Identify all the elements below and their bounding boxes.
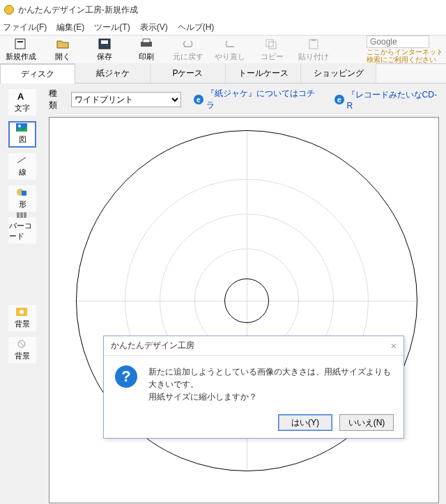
toolbar-paste-label: 貼り付け <box>298 52 329 62</box>
tool-shape-label: 形 <box>19 199 26 210</box>
toolbar-redo-label: やり直し <box>215 52 245 62</box>
text-icon: A <box>16 92 29 102</box>
toolbar-open[interactable]: 開く <box>43 36 82 63</box>
tab-paper[interactable]: 紙ジャケ <box>75 63 151 83</box>
bg1-icon <box>16 308 29 317</box>
dialog-line2: 用紙サイズに縮小しますか？ <box>148 391 392 403</box>
svg-rect-0 <box>15 39 25 49</box>
window-title: かんたんデザイン工房-新規作成 <box>18 4 138 16</box>
shape-icon <box>16 188 29 198</box>
tool-bg1-label: 背景 <box>15 319 30 329</box>
svg-line-13 <box>17 157 26 163</box>
toolbar-paste: 貼り付け <box>294 36 333 63</box>
dialog-buttons: はい(Y) いいえ(N) <box>278 414 394 431</box>
type-select[interactable]: ワイドプリント <box>71 92 181 107</box>
search-input[interactable] <box>367 36 429 48</box>
side-tools: A 文字 図 線 形 バーコード 背景 <box>0 84 45 504</box>
toolbar-print-label: 印刷 <box>139 52 154 62</box>
dialog-message: 新たに追加しようとしている画像の大きさは、用紙サイズよりも大きいです。 用紙サイ… <box>148 365 392 403</box>
svg-rect-5 <box>143 39 150 42</box>
tool-text-label: 文字 <box>15 103 30 113</box>
line-icon <box>16 156 29 166</box>
toolbar-save[interactable]: 保存 <box>85 36 124 63</box>
menu-view[interactable]: 表示(V) <box>140 22 168 33</box>
dialog-yes-button[interactable]: はい(Y) <box>278 414 332 431</box>
svg-point-12 <box>18 125 21 127</box>
link-record[interactable]: e 『レコードみたいなCD-R <box>334 89 442 111</box>
menu-help[interactable]: ヘルプ(H) <box>178 22 215 33</box>
tool-image[interactable]: 図 <box>8 121 36 148</box>
dialog-body: ? 新たに追加しようとしている画像の大きさは、用紙サイズよりも大きいです。 用紙… <box>104 356 403 413</box>
content-area: 種類 ワイドプリント e 『紙ジャケ』についてはコチラ e 『レコードみたいなC… <box>45 84 446 504</box>
tool-bg2-label: 背景 <box>15 351 30 361</box>
menu-edit[interactable]: 編集(E) <box>56 22 84 33</box>
toolbar-copy-label: コピー <box>261 52 284 62</box>
tool-image-label: 図 <box>19 134 26 145</box>
menu-file[interactable]: ファイル(F) <box>3 22 47 33</box>
type-row: 種類 ワイドプリント e 『紙ジャケ』についてはコチラ e 『レコードみたいなC… <box>49 88 442 111</box>
app-icon <box>4 5 14 15</box>
tool-shape[interactable]: 形 <box>8 185 36 212</box>
titlebar: かんたんデザイン工房-新規作成 <box>0 0 446 19</box>
toolbar-undo-label: 元に戻す <box>173 52 203 62</box>
toolbar-undo: 元に戻す <box>169 36 208 63</box>
toolbar-copy: コピー <box>252 36 291 63</box>
toolbar-new-label: 新規作成 <box>6 52 36 62</box>
save-icon <box>97 38 112 50</box>
bg2-icon <box>16 340 29 349</box>
tool-barcode-label: バーコード <box>9 221 36 242</box>
svg-rect-3 <box>101 40 108 44</box>
svg-rect-9 <box>312 39 316 41</box>
dialog-close[interactable]: × <box>391 340 397 352</box>
tool-bg1[interactable]: 背景 <box>8 305 36 331</box>
redo-icon <box>222 38 238 50</box>
new-icon <box>13 38 29 50</box>
link-paper[interactable]: e 『紙ジャケ』についてはコチラ <box>194 88 322 111</box>
svg-point-23 <box>20 310 24 314</box>
svg-line-25 <box>19 341 24 347</box>
app-window: かんたんデザイン工房-新規作成 ファイル(F) 編集(E) ツール(T) 表示(… <box>0 0 446 504</box>
link-record-label: 『レコードみたいなCD-R <box>347 89 442 111</box>
disc-canvas[interactable] <box>49 117 439 503</box>
svg-rect-15 <box>22 191 26 196</box>
info-icon: e <box>334 95 344 104</box>
undo-icon <box>180 38 196 50</box>
question-icon: ? <box>115 365 137 388</box>
tab-shopping[interactable]: ショッピング <box>301 63 376 83</box>
svg-text:A: A <box>17 92 24 100</box>
tool-line[interactable]: 線 <box>8 153 36 180</box>
toolbar-print[interactable]: 印刷 <box>127 36 166 63</box>
search-note2: 検索にご利用ください <box>367 56 443 63</box>
type-label: 種類 <box>49 88 66 111</box>
image-icon <box>16 123 29 133</box>
toolbar-open-label: 開く <box>55 52 70 62</box>
toolbar-redo: やり直し <box>210 36 249 63</box>
search-note1: ここからインターネット <box>367 48 443 56</box>
svg-rect-1 <box>17 41 23 42</box>
menubar: ファイル(F) 編集(E) ツール(T) 表示(V) ヘルプ(H) <box>0 19 446 35</box>
copy-icon <box>264 38 279 50</box>
tab-disc[interactable]: ディスク <box>0 64 75 84</box>
main-row: A 文字 図 線 形 バーコード 背景 <box>0 84 446 504</box>
print-icon <box>139 38 154 50</box>
tool-text[interactable]: A 文字 <box>8 89 36 116</box>
confirm-dialog: かんたんデザイン工房 × ? 新たに追加しようとしている画像の大きさは、用紙サイ… <box>103 336 404 439</box>
toolbar-new[interactable]: 新規作成 <box>1 36 40 63</box>
barcode-icon <box>16 211 29 219</box>
tool-barcode[interactable]: バーコード <box>8 217 36 244</box>
info-icon: e <box>194 95 203 104</box>
tab-tall[interactable]: トールケース <box>226 63 301 83</box>
open-icon <box>55 38 70 50</box>
svg-rect-6 <box>266 40 273 47</box>
menu-tool[interactable]: ツール(T) <box>94 22 130 33</box>
tool-bg2[interactable]: 背景 <box>8 337 36 363</box>
tool-line-label: 線 <box>19 167 26 178</box>
link-paper-label: 『紙ジャケ』についてはコチラ <box>206 88 322 111</box>
dialog-line1: 新たに追加しようとしている画像の大きさは、用紙サイズよりも大きいです。 <box>148 365 392 391</box>
toolbar-save-label: 保存 <box>97 52 112 62</box>
dialog-titlebar: かんたんデザイン工房 × <box>104 336 403 356</box>
doc-tabs: ディスク 紙ジャケ Pケース トールケース ショッピング <box>0 64 446 84</box>
svg-rect-7 <box>269 42 276 49</box>
tab-pcase[interactable]: Pケース <box>151 63 226 83</box>
dialog-no-button[interactable]: いいえ(N) <box>339 414 394 431</box>
